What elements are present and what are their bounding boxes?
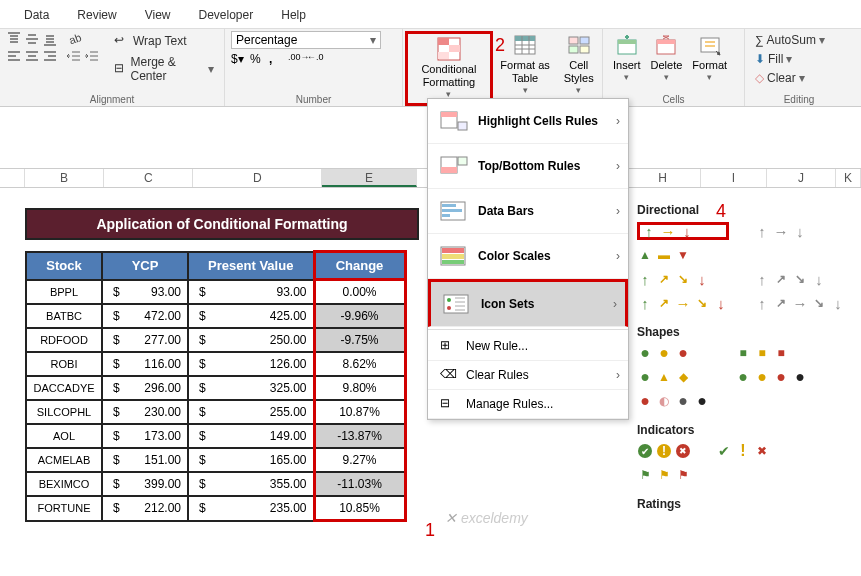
align-left-icon[interactable] xyxy=(6,49,22,65)
table-cell-ycp[interactable]: $151.00 xyxy=(102,448,188,472)
table-cell-stock[interactable]: AOL xyxy=(26,424,102,448)
table-cell-stock[interactable]: RDFOOD xyxy=(26,328,102,352)
header-change[interactable]: Change xyxy=(314,252,405,280)
table-cell-ycp[interactable]: $399.00 xyxy=(102,472,188,496)
autosum-button[interactable]: ∑AutoSum▾ xyxy=(751,31,829,49)
col-h[interactable]: H xyxy=(624,169,701,187)
cell-styles-button[interactable]: Cell Styles▾ xyxy=(557,31,600,98)
table-cell-pv[interactable]: $355.00 xyxy=(188,472,314,496)
menu-clear-rules[interactable]: ⌫Clear Rules› xyxy=(428,361,628,390)
table-cell-pv[interactable]: $93.00 xyxy=(188,280,314,305)
indent-decrease-icon[interactable] xyxy=(66,49,82,65)
clear-button[interactable]: ◇Clear▾ xyxy=(751,69,809,87)
menu-data-bars[interactable]: Data Bars› xyxy=(428,189,628,234)
table-cell-change[interactable]: 9.27% xyxy=(314,448,405,472)
align-top-icon[interactable] xyxy=(6,31,22,47)
col-d[interactable]: D xyxy=(193,169,322,187)
table-cell-pv[interactable]: $165.00 xyxy=(188,448,314,472)
menu-color-scales[interactable]: Color Scales› xyxy=(428,234,628,279)
delete-button[interactable]: Delete▾ xyxy=(647,31,687,85)
table-cell-ycp[interactable]: $116.00 xyxy=(102,352,188,376)
menu-help[interactable]: Help xyxy=(267,4,320,26)
indent-increase-icon[interactable] xyxy=(84,49,100,65)
table-cell-change[interactable]: -9.96% xyxy=(314,304,405,328)
number-format-select[interactable]: Percentage▾ xyxy=(231,31,381,49)
iconset-3arrows-color[interactable] xyxy=(637,222,729,240)
table-cell-pv[interactable]: $425.00 xyxy=(188,304,314,328)
comma-icon[interactable]: , xyxy=(269,52,285,68)
table-cell-stock[interactable]: BPPL xyxy=(26,280,102,305)
table-cell-stock[interactable]: SILCOPHL xyxy=(26,400,102,424)
menu-review[interactable]: Review xyxy=(63,4,130,26)
fill-button[interactable]: ⬇Fill▾ xyxy=(751,50,796,68)
header-pv[interactable]: Present Value xyxy=(188,252,314,280)
iconset-4redblack[interactable]: ◐ xyxy=(637,392,710,410)
table-cell-stock[interactable]: FORTUNE xyxy=(26,496,102,521)
table-cell-ycp[interactable]: $212.00 xyxy=(102,496,188,521)
table-cell-change[interactable]: 0.00% xyxy=(314,280,405,305)
col-j[interactable]: J xyxy=(767,169,836,187)
accounting-format-icon[interactable]: $▾ xyxy=(231,52,247,68)
iconset-3signs[interactable] xyxy=(637,368,710,386)
decrease-decimal-icon[interactable]: ←.0 xyxy=(307,52,323,68)
table-cell-ycp[interactable]: $93.00 xyxy=(102,280,188,305)
iconset-4traffic[interactable] xyxy=(735,368,808,386)
menu-top-bottom[interactable]: Top/Bottom Rules› xyxy=(428,144,628,189)
table-cell-pv[interactable]: $250.00 xyxy=(188,328,314,352)
iconset-3flags[interactable] xyxy=(637,466,691,484)
percent-icon[interactable]: % xyxy=(250,52,266,68)
align-right-icon[interactable] xyxy=(42,49,58,65)
header-stock[interactable]: Stock xyxy=(26,252,102,280)
table-cell-ycp[interactable]: $173.00 xyxy=(102,424,188,448)
insert-button[interactable]: Insert▾ xyxy=(609,31,645,85)
iconset-3arrows-gray[interactable] xyxy=(754,222,846,240)
iconset-3symbols-circled[interactable] xyxy=(637,442,691,460)
table-cell-ycp[interactable]: $277.00 xyxy=(102,328,188,352)
table-cell-pv[interactable]: $235.00 xyxy=(188,496,314,521)
col-k[interactable]: K xyxy=(836,169,861,187)
table-cell-stock[interactable]: DACCADYE xyxy=(26,376,102,400)
wrap-text-button[interactable]: ↩Wrap Text xyxy=(110,31,218,51)
col-b[interactable]: B xyxy=(25,169,104,187)
col-i[interactable]: I xyxy=(701,169,766,187)
iconset-3traffic[interactable] xyxy=(637,344,710,362)
table-cell-change[interactable]: -9.75% xyxy=(314,328,405,352)
table-cell-change[interactable]: 8.62% xyxy=(314,352,405,376)
align-center-icon[interactable] xyxy=(24,49,40,65)
menu-highlight-cells[interactable]: Highlight Cells Rules› xyxy=(428,99,628,144)
iconset-5arrows-gray[interactable] xyxy=(754,294,846,312)
table-cell-pv[interactable]: $255.00 xyxy=(188,400,314,424)
table-cell-change[interactable]: -13.87% xyxy=(314,424,405,448)
table-cell-change[interactable]: 9.80% xyxy=(314,376,405,400)
iconset-3traffic-rimmed[interactable] xyxy=(735,344,808,362)
align-bottom-icon[interactable] xyxy=(42,31,58,47)
table-cell-change[interactable]: -11.03% xyxy=(314,472,405,496)
header-ycp[interactable]: YCP xyxy=(102,252,188,280)
merge-center-button[interactable]: ⊟Merge & Center▾ xyxy=(110,53,218,85)
iconset-3triangles[interactable] xyxy=(637,246,729,264)
menu-manage-rules[interactable]: ⊟Manage Rules... xyxy=(428,390,628,419)
align-middle-icon[interactable] xyxy=(24,31,40,47)
table-cell-ycp[interactable]: $230.00 xyxy=(102,400,188,424)
iconset-4arrows-color[interactable] xyxy=(637,270,729,288)
table-cell-pv[interactable]: $149.00 xyxy=(188,424,314,448)
table-cell-stock[interactable]: ACMELAB xyxy=(26,448,102,472)
table-cell-stock[interactable]: ROBI xyxy=(26,352,102,376)
table-cell-stock[interactable]: BATBC xyxy=(26,304,102,328)
col-c[interactable]: C xyxy=(104,169,193,187)
increase-decimal-icon[interactable]: .00→ xyxy=(288,52,304,68)
col-e[interactable]: E xyxy=(322,169,416,187)
table-cell-pv[interactable]: $325.00 xyxy=(188,376,314,400)
conditional-formatting-button[interactable]: Conditional Formatting▾ xyxy=(405,31,493,106)
table-cell-ycp[interactable]: $472.00 xyxy=(102,304,188,328)
table-cell-change[interactable]: 10.85% xyxy=(314,496,405,521)
menu-icon-sets[interactable]: Icon Sets› xyxy=(428,279,628,327)
table-cell-change[interactable]: 10.87% xyxy=(314,400,405,424)
table-cell-pv[interactable]: $126.00 xyxy=(188,352,314,376)
menu-developer[interactable]: Developer xyxy=(185,4,268,26)
iconset-4arrows-gray[interactable] xyxy=(754,270,846,288)
menu-data[interactable]: Data xyxy=(10,4,63,26)
orientation-icon[interactable]: ab xyxy=(66,31,82,47)
menu-view[interactable]: View xyxy=(131,4,185,26)
iconset-3symbols[interactable] xyxy=(716,442,770,460)
